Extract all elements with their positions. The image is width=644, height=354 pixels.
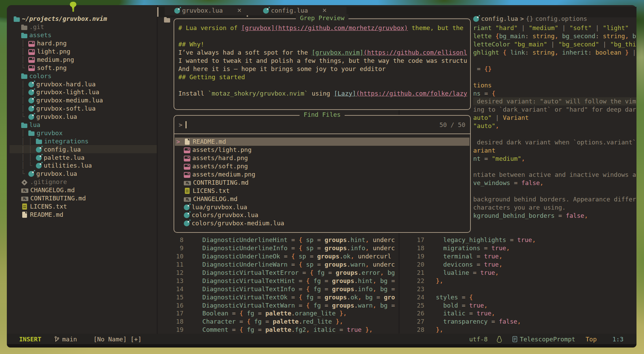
result-row[interactable]: assets/soft.png — [175, 162, 469, 170]
code-line: 17 Boolean = { fg = palette.orange_lite … — [162, 309, 399, 317]
result-row[interactable]: assets/medium.png — [175, 170, 469, 179]
code-line — [473, 73, 636, 81]
tree-row[interactable]: │ gruvbox-hard.lua — [10, 80, 157, 88]
result-row[interactable]: >README.md — [175, 138, 469, 146]
tree-row[interactable]: └ soft.png — [10, 63, 157, 72]
result-label: assets/hard.png — [192, 154, 248, 161]
tree-label: medium.png — [37, 56, 74, 63]
result-row[interactable]: assets/light.png — [175, 146, 469, 154]
tree-row[interactable]: │ └ utilities.lua — [10, 161, 157, 170]
folder-open-icon — [21, 74, 27, 79]
code-line: ve_windows = false, — [473, 179, 636, 187]
result-label: assets/medium.png — [192, 171, 255, 178]
close-icon[interactable]: × — [237, 7, 242, 14]
tree-split-divider[interactable] — [157, 5, 157, 334]
lua-icon — [36, 147, 42, 153]
folder-open-icon — [21, 34, 27, 38]
code-line: 19 Comment = { fg = palette.fg2, italic … — [162, 326, 399, 334]
linux-penguin-icon — [496, 336, 502, 343]
lua-icon — [28, 106, 34, 112]
result-label: CHANGELOG.md — [193, 195, 237, 202]
lua-icon — [174, 8, 180, 14]
tree-row[interactable]: └ gruvbox.lua — [10, 170, 157, 178]
result-row[interactable]: lua/gruvbox.lua — [175, 203, 469, 211]
tree-row[interactable]: │ hard.png — [10, 39, 157, 47]
tree-row[interactable]: lua — [10, 121, 157, 129]
tree-row[interactable]: │ medium.png — [10, 55, 157, 63]
img-icon — [28, 57, 35, 63]
md-icon: M↓ — [184, 181, 191, 185]
tree-row[interactable]: └ gruvbox.lua — [10, 113, 157, 121]
code-line: 28 }, — [403, 326, 639, 334]
file-icon — [22, 212, 27, 218]
tree-row[interactable]: ~/projects/gruvbox.nvim — [10, 15, 157, 23]
tree-row[interactable]: │ gruvbox-light.lua — [10, 88, 157, 96]
tree-row[interactable]: │ light.png — [10, 47, 157, 56]
txt-icon — [185, 188, 190, 194]
git-branch-icon — [54, 336, 59, 343]
tree-row[interactable]: │ gruvbox-soft.lua — [10, 104, 157, 113]
tree-label: soft.png — [37, 64, 67, 71]
cursor-position: 1:3 — [612, 336, 624, 343]
code-line: lette {bg_main: string, bg_second: strin… — [473, 32, 636, 40]
result-row[interactable]: colors/gruvbox-medium.lua — [175, 219, 469, 227]
prompt-results-divider — [174, 133, 470, 134]
tree-row[interactable]: │ │ palette.lua — [10, 153, 157, 161]
tree-row[interactable]: │ gruvbox-medium.lua — [10, 96, 157, 104]
tree-row[interactable]: M↓CHANGELOG.md — [10, 186, 157, 194]
code-line: 15 DiagnosticVirtualTextOk = { fg = grou… — [162, 293, 399, 301]
close-icon[interactable]: × — [322, 7, 327, 14]
tree-row[interactable]: README.md — [10, 210, 157, 218]
tree-row[interactable]: .git — [10, 23, 157, 31]
tab-config-lua[interactable]: config.lua × — [248, 5, 346, 15]
prompt-caret: > — [179, 121, 182, 128]
code-line — [473, 130, 636, 138]
code-line: 10 DiagnosticUnderlineOk = { sp = groups… — [162, 252, 399, 260]
tree-row[interactable]: │ │ integrations — [10, 137, 157, 145]
lua-icon — [28, 114, 34, 120]
tree-row[interactable]: M↓CONTRIBUTING.md — [10, 194, 157, 202]
tree-row[interactable]: LICENS.txt — [10, 202, 157, 210]
result-row[interactable]: LICENS.txt — [175, 186, 469, 195]
lua-icon — [184, 221, 190, 226]
tree-label: config.lua — [44, 146, 81, 153]
gruvbox-editor-window[interactable]: 8 DiagnosticUnderlineHint = { sp = group… — [162, 236, 399, 334]
config-editor-window[interactable]: riant "hard" | "medium" | "soft" | "ligh… — [473, 24, 636, 220]
config-editor-window-lower[interactable]: 17 legacy_highlights = true,18 migration… — [403, 236, 639, 334]
img-icon — [184, 164, 190, 170]
md-icon: M↓ — [21, 188, 28, 193]
code-line: riant "hard" | "medium" | "soft" | "ligh… — [473, 24, 636, 32]
telescope-prompt-input[interactable]: > 50 / 50 — [179, 120, 465, 129]
lua-icon — [184, 204, 190, 210]
tab-separator — [157, 7, 159, 17]
result-row[interactable]: M↓CONTRIBUTING.md — [175, 178, 469, 186]
code-line: I’ve always had a soft spot for the [gru… — [178, 48, 469, 57]
tree-row[interactable]: assets — [10, 31, 157, 39]
result-row[interactable]: M↓CHANGELOG.md — [175, 195, 469, 203]
txt-icon — [22, 203, 27, 210]
tree-row[interactable]: colors — [10, 72, 157, 80]
img-icon — [28, 49, 35, 55]
md-icon: M↓ — [184, 197, 191, 202]
tree-row[interactable]: │ │ config.lua — [10, 145, 157, 153]
code-line: ns = { — [473, 89, 636, 97]
code-line: kground_behind_borders = false, — [473, 211, 636, 220]
code-line: 21 lualine = true, — [403, 269, 639, 277]
tree-label: colors — [29, 72, 52, 80]
code-line: # Lua version of [gruvbox](https://githu… — [178, 24, 469, 32]
find-files-results[interactable]: >README.mdassets/light.pngassets/hard.pn… — [175, 138, 469, 227]
code-line: And here it is – hope it brings some joy… — [178, 65, 469, 73]
tab-gruvbox-lua[interactable]: gruvbox.lua × — [165, 5, 256, 15]
result-row[interactable]: assets/hard.png — [175, 154, 469, 162]
code-line: ing to `dark_variant` or "hard" for deep… — [473, 105, 636, 114]
tree-row[interactable]: .gitignore — [10, 178, 157, 186]
code-line: 12 DiagnosticVirtualTextError = { fg = g… — [162, 269, 399, 277]
img-icon — [184, 147, 190, 153]
document-icon — [512, 336, 517, 342]
code-line: 9 DiagnosticUnderlineInfo = { sp = group… — [162, 244, 399, 252]
find-files-float: Find Files > 50 / 50 >README.mdassets/li… — [174, 115, 471, 233]
tree-row[interactable]: │ gruvbox — [10, 129, 157, 137]
code-line: auto" | Variant — [473, 114, 636, 122]
result-row[interactable]: colors/gruvbox.lua — [175, 211, 469, 219]
file-tree[interactable]: ~/projects/gruvbox.nvim .git assets │ ha… — [10, 15, 157, 218]
